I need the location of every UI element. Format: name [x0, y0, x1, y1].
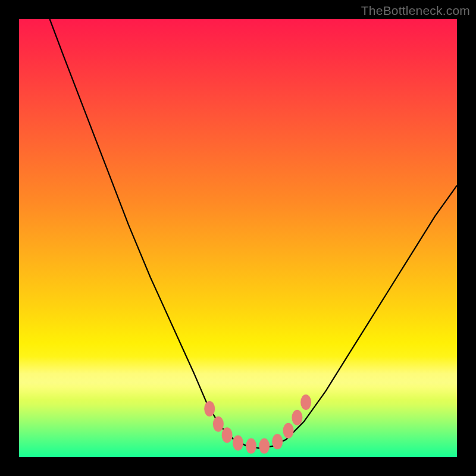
min-marker: [300, 394, 311, 410]
watermark-text: TheBottleneck.com: [361, 4, 470, 18]
min-markers: [204, 394, 311, 454]
min-marker: [213, 416, 224, 432]
min-marker: [283, 423, 294, 439]
min-marker: [272, 434, 283, 449]
plot-area: [19, 19, 457, 457]
min-marker: [259, 439, 270, 454]
min-marker: [246, 439, 256, 454]
min-marker: [204, 401, 215, 416]
bottleneck-curve: [50, 19, 458, 448]
curve-svg: [19, 19, 457, 457]
min-marker: [222, 427, 233, 443]
chart-frame: TheBottleneck.com: [0, 0, 476, 476]
min-marker: [292, 410, 302, 425]
min-marker: [233, 435, 243, 450]
